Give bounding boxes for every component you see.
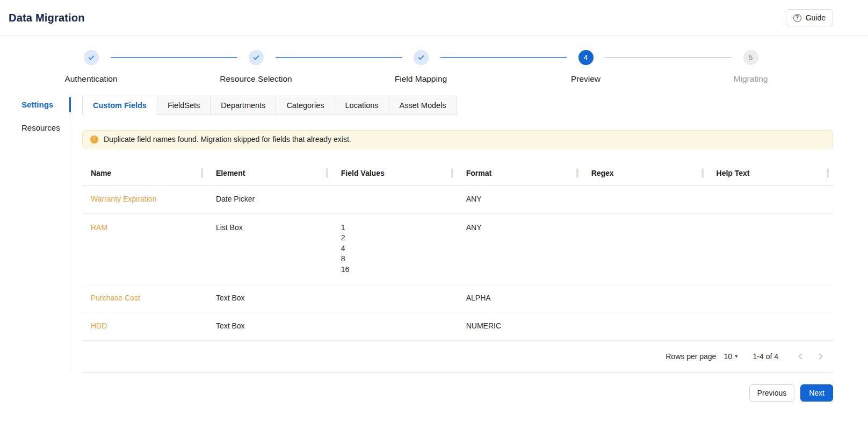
column-header-name: Name [82,161,207,185]
stepper: Authentication Resource Selection Field … [0,35,868,84]
format-cell: ALPHA [458,284,583,312]
regex-cell [583,213,708,284]
next-button[interactable]: Next [800,384,833,402]
help-text-cell [708,185,833,214]
guide-button-label: Guide [806,13,826,22]
tab-fieldsets[interactable]: FieldSets [157,96,211,115]
help-text-cell [708,284,833,312]
table-row: RAM List Box 1 2 4 8 16 ANY [82,213,833,284]
step-authentication[interactable]: Authentication [9,50,173,84]
sidebar-item-resources[interactable]: Resources [9,119,70,137]
pagination: Rows per page 10 ▾ 1-4 of 4 [82,341,833,372]
format-cell: ANY [458,185,583,214]
format-cell: NUMERIC [458,312,583,341]
element-cell: Date Picker [207,185,332,214]
step-circle-complete[interactable] [414,50,429,65]
app-header: Data Migration ? Guide [0,0,868,35]
help-text-cell [708,312,833,341]
regex-cell [583,185,708,214]
tab-categories[interactable]: Categories [276,96,335,115]
step-circle-complete[interactable] [84,50,99,65]
main-panel: Custom Fields FieldSets Departments Cate… [70,96,833,373]
field-name-link[interactable]: RAM [91,223,107,232]
tab-departments[interactable]: Departments [210,96,276,115]
element-cell: Text Box [207,284,332,312]
table-row: HDD Text Box NUMERIC [82,312,833,341]
column-resize-handle[interactable] [576,168,578,178]
field-name-link[interactable]: Purchase Cost [91,294,140,302]
step-circle-pending: 5 [743,50,758,65]
column-header-field-values: Field Values [332,161,458,185]
wizard-actions: Previous Next [0,373,868,422]
field-value: 1 [341,223,449,233]
caret-down-icon: ▾ [735,353,738,360]
help-text-cell [708,213,833,284]
table-row: Purchase Cost Text Box ALPHA [82,284,833,312]
step-label: Migrating [734,74,768,84]
check-icon [417,54,425,61]
page-title: Data Migration [9,12,85,24]
field-value: 2 [341,233,449,244]
rows-per-page-value: 10 [724,352,732,361]
step-label: Preview [571,74,601,84]
regex-cell [583,312,708,341]
tab-locations[interactable]: Locations [335,96,389,115]
tab-bar: Custom Fields FieldSets Departments Cate… [82,96,833,115]
step-circle-active[interactable]: 4 [578,50,594,65]
column-header-format: Format [458,161,583,185]
field-values-cell [332,312,458,341]
field-value: 4 [341,244,449,254]
guide-button[interactable]: ? Guide [786,9,833,26]
column-header-help-text: Help Text [708,161,833,185]
step-field-mapping[interactable]: Field Mapping [338,50,503,84]
previous-button[interactable]: Previous [749,384,794,402]
duplicate-fields-alert: ! Duplicate field names found. Migration… [82,130,833,148]
warning-icon: ! [90,135,98,144]
column-header-element: Element [207,161,332,185]
field-value: 16 [341,264,449,275]
rows-per-page-select[interactable]: 10 ▾ [724,352,737,361]
sidebar-item-settings[interactable]: Settings [9,96,70,113]
tab-asset-models[interactable]: Asset Models [389,96,457,115]
column-header-regex: Regex [583,161,708,185]
element-cell: List Box [207,213,332,284]
field-name-link[interactable]: HDD [91,321,107,330]
chevron-right-icon [816,352,825,361]
step-label: Field Mapping [395,74,447,84]
regex-cell [583,284,708,312]
data-migration-page: Data Migration ? Guide Authentication Re… [0,0,868,422]
content-layout: Settings Resources Custom Fields FieldSe… [0,84,868,373]
column-resize-handle[interactable] [451,168,453,178]
column-resize-handle[interactable] [827,168,829,178]
field-values-cell [332,185,458,214]
page-range-label: 1-4 of 4 [753,352,778,361]
field-value: 8 [341,254,449,264]
sidebar: Settings Resources [9,96,70,373]
check-icon [252,54,260,61]
table-row: Warranty Expiration Date Picker ANY [82,185,833,214]
tab-custom-fields[interactable]: Custom Fields [82,96,157,115]
step-label: Authentication [64,74,117,84]
custom-fields-table: Name Element Field Values Format Regex H… [82,161,833,373]
column-resize-handle[interactable] [201,168,203,178]
step-migrating: 5 Migrating [668,50,833,84]
field-values-cell: 1 2 4 8 16 [332,213,458,284]
step-preview[interactable]: 4 Preview [503,50,668,84]
column-resize-handle[interactable] [326,168,328,178]
rows-per-page-label: Rows per page [666,352,716,361]
table-header-row: Name Element Field Values Format Regex H… [82,161,833,185]
format-cell: ANY [458,213,583,284]
step-circle-complete[interactable] [249,50,264,65]
next-page-button[interactable] [813,348,829,364]
field-name-link[interactable]: Warranty Expiration [91,195,156,203]
chevron-left-icon [796,352,805,361]
question-circle-icon: ? [793,14,801,22]
column-resize-handle[interactable] [701,168,704,178]
check-icon [88,54,95,61]
step-label: Resource Selection [220,74,292,84]
element-cell: Text Box [207,312,332,341]
alert-message: Duplicate field names found. Migration s… [104,135,351,144]
field-values-cell [332,284,458,312]
previous-page-button[interactable] [792,348,808,364]
step-resource-selection[interactable]: Resource Selection [173,50,338,84]
